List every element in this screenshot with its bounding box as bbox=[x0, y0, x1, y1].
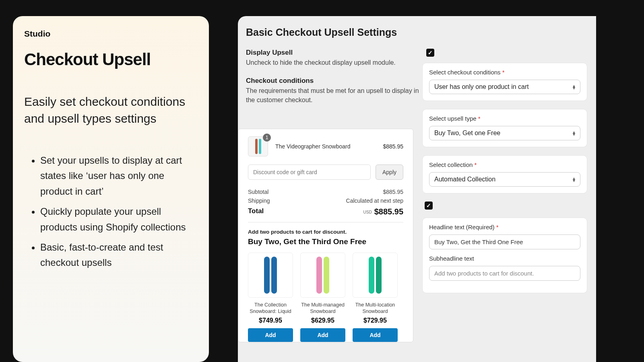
checkout-conditions-card: Select checkout conditions * User has on… bbox=[422, 63, 587, 101]
cart-item-thumb: 1 bbox=[248, 136, 268, 156]
bullet-item: Basic, fast-to-create and test checkout … bbox=[40, 240, 196, 271]
chevron-updown-icon: ▴▾ bbox=[573, 84, 575, 89]
shipping-value: Calculated at next step bbox=[346, 197, 403, 204]
product-price: $749.95 bbox=[248, 317, 293, 324]
marketing-panel: Studio Checkout Upsell Easily set checko… bbox=[13, 16, 209, 362]
product-name: The Collection Snowboard: Liquid bbox=[248, 302, 293, 315]
product-thumb bbox=[353, 253, 398, 298]
collection-select[interactable]: Automated Collection ▴▾ bbox=[429, 172, 580, 187]
display-upsell-label: Display Upsell bbox=[246, 49, 422, 57]
promo-subhead: Add two products to cart for discount. bbox=[248, 229, 403, 235]
subheadline-label: Subheadline text bbox=[429, 255, 580, 262]
checkout-preview: 1 The Videographer Snowboard $885.95 Dis… bbox=[238, 129, 413, 342]
conditions-select[interactable]: User has only one product in cart ▴▾ bbox=[429, 80, 580, 94]
marketing-subtitle: Easily set checkout conditions and upsel… bbox=[24, 93, 196, 127]
add-button[interactable]: Add bbox=[248, 328, 293, 342]
promo-headline: Buy Two, Get the Third One Free bbox=[248, 237, 403, 246]
check-icon: ✓ bbox=[428, 49, 433, 56]
cart-item-price: $885.95 bbox=[383, 143, 403, 150]
upsell-type-label: Select upsell type * bbox=[429, 115, 580, 122]
product-thumb bbox=[300, 253, 345, 298]
product-price: $729.95 bbox=[353, 317, 398, 324]
subheadline-input[interactable]: Add two products to cart for discount. bbox=[429, 266, 580, 281]
add-button[interactable]: Add bbox=[300, 328, 345, 342]
subtotal-label: Subtotal bbox=[248, 189, 268, 195]
total-value: USD$885.95 bbox=[363, 207, 403, 216]
marketing-title: Checkout Upsell bbox=[24, 50, 196, 69]
checkout-conditions-label: Checkout conditions bbox=[246, 77, 422, 85]
collection-card: Select collection * Automated Collection… bbox=[422, 155, 587, 193]
display-upsell-help: Uncheck to hide the checkout display ups… bbox=[246, 58, 422, 67]
product-price: $629.95 bbox=[300, 317, 345, 324]
upsell-product: The Collection Snowboard: Liquid $749.95… bbox=[248, 253, 293, 342]
conditions-field-label: Select checkout conditions * bbox=[429, 69, 580, 76]
bullet-item: Set your upsells to display at cart stat… bbox=[40, 153, 196, 199]
display-upsell-checkbox[interactable]: ✓ bbox=[426, 49, 434, 57]
subtotal-value: $885.95 bbox=[383, 189, 403, 195]
checkout-conditions-help: The requirements that must be met for an… bbox=[246, 86, 422, 105]
chevron-updown-icon: ▴▾ bbox=[573, 131, 575, 136]
settings-form-column: Select checkout conditions * User has on… bbox=[422, 63, 587, 301]
upsell-product: The Multi-managed Snowboard $629.95 Add bbox=[300, 253, 345, 342]
headline-label: Headline text (Required) * bbox=[429, 224, 580, 230]
discount-input[interactable]: Discount code or gift card bbox=[248, 165, 371, 180]
check-icon: ✓ bbox=[426, 202, 431, 209]
cart-line: 1 The Videographer Snowboard $885.95 bbox=[248, 136, 403, 156]
product-thumb bbox=[248, 253, 293, 298]
marketing-bullets: Set your upsells to display at cart stat… bbox=[24, 153, 196, 271]
headline-card: Headline text (Required) * Buy Two, Get … bbox=[422, 218, 587, 293]
upsell-product: The Multi-location Snowboard $729.95 Add bbox=[353, 253, 398, 342]
product-name: The Multi-location Snowboard bbox=[353, 302, 398, 315]
settings-panel: Basic Checkout Upsell Settings Display U… bbox=[238, 16, 596, 362]
secondary-checkbox[interactable]: ✓ bbox=[425, 202, 433, 210]
upsell-type-card: Select upsell type * Buy Two, Get one Fr… bbox=[422, 109, 587, 147]
upsell-type-select[interactable]: Buy Two, Get one Free ▴▾ bbox=[429, 126, 580, 140]
cart-item-name: The Videographer Snowboard bbox=[275, 143, 383, 150]
apply-button[interactable]: Apply bbox=[376, 165, 403, 180]
total-label: Total bbox=[248, 207, 264, 216]
product-name: The Multi-managed Snowboard bbox=[300, 302, 345, 315]
chevron-updown-icon: ▴▾ bbox=[573, 177, 575, 182]
shipping-label: Shipping bbox=[248, 197, 270, 204]
qty-badge: 1 bbox=[263, 134, 271, 142]
upsell-product-grid: The Collection Snowboard: Liquid $749.95… bbox=[248, 253, 403, 342]
headline-input[interactable]: Buy Two, Get the Third One Free bbox=[429, 234, 580, 249]
collection-label: Select collection * bbox=[429, 161, 580, 168]
settings-title: Basic Checkout Upsell Settings bbox=[246, 27, 596, 38]
add-button[interactable]: Add bbox=[353, 328, 398, 342]
brand-label: Studio bbox=[24, 29, 196, 39]
bullet-item: Quickly populate your upsell products us… bbox=[40, 204, 196, 235]
